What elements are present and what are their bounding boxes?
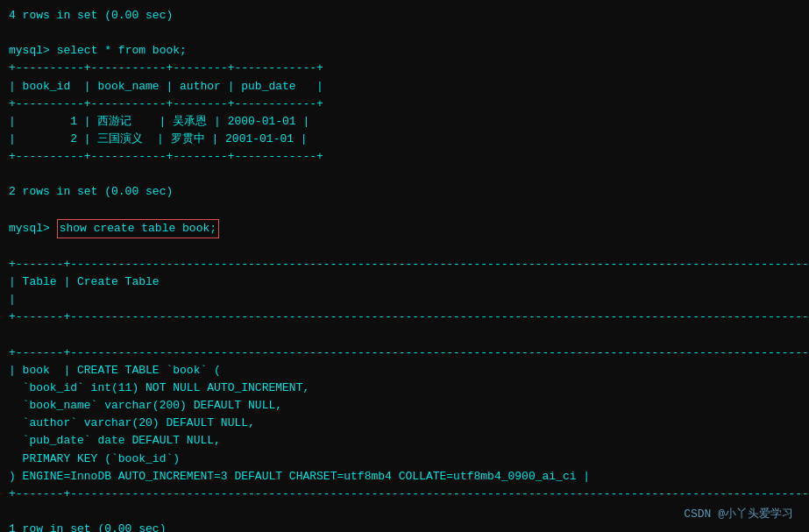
- rows-info-1: 4 rows in set (0.00 sec): [9, 7, 800, 25]
- rows-info-2: 2 rows in set (0.00 sec): [9, 183, 800, 201]
- sep-long-dashes-2: +-------+-------------------------------…: [9, 309, 800, 326]
- create-line-4: `author` varchar(20) DEFAULT NULL,: [9, 415, 800, 432]
- blank-5: [9, 327, 800, 344]
- create-line-5: `pub_date` date DEFAULT NULL,: [9, 432, 800, 450]
- create-table-col-header: | Table | Create Table: [9, 273, 800, 291]
- create-line-6: PRIMARY KEY (`book_id`): [9, 450, 800, 468]
- prompt-1: mysql>: [9, 42, 50, 60]
- select-command-line: mysql> select * from book;: [9, 42, 800, 60]
- create-line-7: ) ENGINE=InnoDB AUTO_INCREMENT=3 DEFAULT…: [9, 468, 800, 486]
- sep-long-4: +-------+-------------------------------…: [9, 486, 800, 503]
- create-line-1: | book | CREATE TABLE `book` (: [9, 362, 800, 379]
- select-command: select * from book;: [57, 42, 187, 60]
- sep-3: +----------+-----------+--------+-------…: [9, 148, 800, 166]
- watermark: CSDN @小丫头爱学习: [684, 506, 793, 521]
- table-header: | book_id | book_name | author | pub_dat…: [9, 78, 800, 96]
- table-row-2: | 2 | 三国演义 | 罗贯中 | 2001-01-01 |: [9, 131, 800, 148]
- prompt-2: mysql>: [9, 220, 50, 238]
- blank-3: [9, 202, 800, 219]
- blank-pipe: |: [9, 291, 800, 309]
- sep-2: +----------+-----------+--------+-------…: [9, 96, 800, 113]
- blank-1: [9, 25, 800, 42]
- dashes-1: -------+--------------------------------…: [16, 258, 809, 271]
- terminal-window: 4 rows in set (0.00 sec) mysql> select *…: [0, 0, 809, 532]
- blank-2: [9, 166, 800, 183]
- dashes-2: -------+--------------------------------…: [16, 310, 809, 323]
- sep-1: +----------+-----------+--------+-------…: [9, 60, 800, 77]
- blank-6: [9, 503, 800, 521]
- create-line-2: `book_id` int(11) NOT NULL AUTO_INCREMEN…: [9, 379, 800, 397]
- show-create-command-line: mysql> show create table book;: [9, 219, 800, 238]
- blank-4: [9, 238, 800, 256]
- table-row-1: | 1 | 西游记 | 吴承恩 | 2000-01-01 |: [9, 113, 800, 131]
- dashes-3: -------+--------------------------------…: [16, 346, 809, 359]
- sep-long-dashes-3: +-------+-------------------------------…: [9, 344, 800, 362]
- rows-info-3: 1 row in set (0.00 sec): [9, 521, 800, 532]
- sep-long-dashes-1: +-------+-------------------------------…: [9, 256, 800, 273]
- create-line-3: `book_name` varchar(200) DEFAULT NULL,: [9, 397, 800, 415]
- show-create-command[interactable]: show create table book;: [57, 219, 219, 238]
